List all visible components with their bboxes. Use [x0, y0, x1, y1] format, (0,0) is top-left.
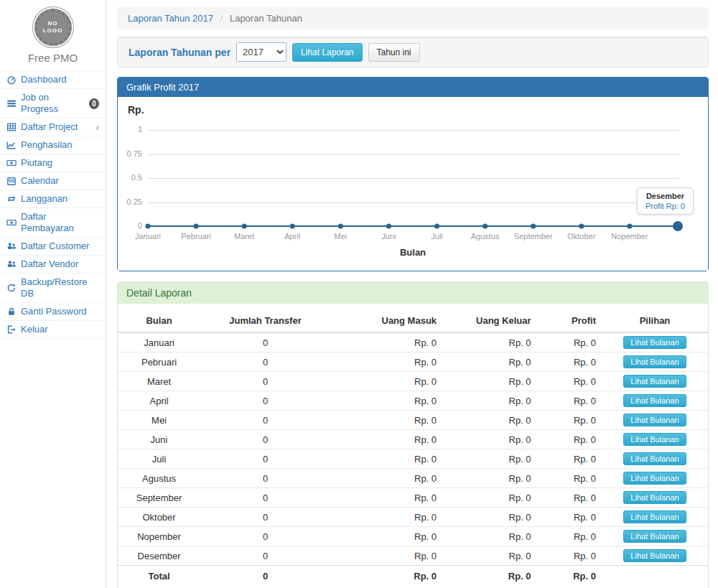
logo-box: NO LOGO Free PMO [0, 0, 106, 70]
users-icon [6, 241, 17, 251]
table-row: Maret0Rp. 0Rp. 0Rp. 0Lihat Bulanan [118, 372, 708, 391]
table-row: Pebruari0Rp. 0Rp. 0Rp. 0Lihat Bulanan [118, 353, 708, 372]
table-cell-action: Lihat Bulanan [602, 546, 708, 566]
brand-name: Free PMO [0, 52, 106, 64]
table-cell-action: Lihat Bulanan [602, 411, 708, 430]
table-cell: Rp. 0 [330, 546, 442, 566]
chevron-left-icon: ‹ [96, 123, 99, 132]
sidebar-item-penghasilan[interactable]: Penghasilan [0, 136, 106, 154]
sidebar-item-daftar-pembayaran[interactable]: Daftar Pembayaran [0, 208, 106, 238]
table-header-cell: Uang Masuk [330, 309, 442, 332]
data-point-mei[interactable] [338, 223, 343, 228]
table-cell: Rp. 0 [442, 488, 537, 508]
table-cell: Rp. 0 [537, 353, 602, 372]
main-content: Laporan Tahun 2017 / Laporan Tahunan Lap… [106, 0, 718, 588]
sidebar-item-backup-restore[interactable]: Backup/Restore DB [0, 274, 106, 303]
table-cell: Rp. 0 [442, 449, 537, 469]
year-select[interactable]: 2017 [236, 42, 286, 62]
table-header-cell: Uang Keluar [442, 309, 537, 332]
table-icon [6, 122, 17, 132]
table-cell: 0 [200, 391, 330, 411]
view-monthly-button[interactable]: Lihat Bulanan [623, 530, 686, 543]
sidebar-item-label: Piutang [21, 157, 52, 169]
table-cell: September [118, 488, 200, 508]
table-row: Januari0Rp. 0Rp. 0Rp. 0Lihat Bulanan [118, 332, 708, 353]
table-cell: Januari [118, 332, 200, 353]
x-axis-title: Bulan [118, 247, 708, 258]
data-point-pebruari[interactable] [193, 223, 198, 228]
calendar-icon [6, 176, 17, 186]
retweet-icon [6, 194, 17, 204]
table-cell: Rp. 0 [537, 332, 602, 353]
table-cell-action: Lihat Bulanan [602, 508, 708, 527]
data-point-juni[interactable] [386, 223, 391, 228]
view-monthly-button[interactable]: Lihat Bulanan [623, 375, 686, 388]
sidebar-item-daftar-project[interactable]: Daftar Project ‹ [0, 118, 106, 136]
breadcrumb-link-laporan-tahun[interactable]: Laporan Tahun 2017 [128, 13, 213, 24]
view-monthly-button[interactable]: Lihat Bulanan [623, 472, 686, 485]
table-cell: Rp. 0 [330, 372, 442, 391]
sidebar-item-label: Backup/Restore DB [21, 276, 99, 299]
report-toolbar: Laporan Tahunan per 2017 Lihat Laporan T… [117, 37, 709, 67]
sidebar-item-piutang[interactable]: Piutang [0, 154, 106, 172]
table-cell: Rp. 0 [537, 508, 602, 527]
chart-tooltip: Desember Profit Rp: 0 [637, 187, 694, 215]
view-monthly-button[interactable]: Lihat Bulanan [623, 452, 686, 465]
view-monthly-button[interactable]: Lihat Bulanan [623, 491, 686, 504]
sidebar-item-calendar[interactable]: Calendar [0, 172, 106, 190]
data-point-desember[interactable] [673, 221, 683, 231]
table-cell: Rp. 0 [537, 430, 602, 449]
sidebar-item-daftar-customer[interactable]: Daftar Customer [0, 238, 106, 256]
data-point-september[interactable] [531, 223, 536, 228]
data-point-januari[interactable] [145, 223, 150, 228]
data-point-oktober[interactable] [579, 223, 584, 228]
sidebar-item-ganti-password[interactable]: Ganti Password [0, 303, 106, 321]
money-icon [6, 158, 17, 168]
table-cell-action: Lihat Bulanan [602, 353, 708, 372]
view-monthly-button[interactable]: Lihat Bulanan [623, 394, 686, 407]
table-cell: Pebruari [118, 353, 200, 372]
sidebar-item-job-on-progress[interactable]: Job on Progress 0 [0, 89, 106, 118]
breadcrumb-separator: / [220, 13, 223, 24]
view-monthly-button[interactable]: Lihat Bulanan [623, 510, 686, 523]
table-cell: Rp. 0 [330, 411, 442, 430]
this-year-button[interactable]: Tahun ini [368, 43, 420, 62]
view-monthly-button[interactable]: Lihat Bulanan [623, 355, 686, 368]
view-report-button[interactable]: Lihat Laporan [292, 43, 362, 62]
data-point-maret[interactable] [242, 223, 247, 228]
table-cell-action: Lihat Bulanan [602, 430, 708, 449]
view-monthly-button[interactable]: Lihat Bulanan [623, 549, 686, 562]
table-row: Oktober0Rp. 0Rp. 0Rp. 0Lihat Bulanan [118, 508, 708, 527]
breadcrumb-current: Laporan Tahunan [230, 13, 302, 24]
sidebar-item-daftar-vendor[interactable]: Daftar Vendor [0, 256, 106, 274]
table-cell: Rp. 0 [442, 353, 537, 372]
table-cell: Rp. 0 [537, 391, 602, 411]
table-cell: Juli [118, 449, 200, 469]
detail-panel-body: BulanJumlah TransferUang MasukUang Kelua… [118, 304, 708, 588]
table-cell-action: Lihat Bulanan [602, 469, 708, 488]
view-monthly-button[interactable]: Lihat Bulanan [623, 414, 686, 426]
sidebar-item-label: Calendar [21, 175, 59, 187]
table-cell-action: Lihat Bulanan [602, 391, 708, 411]
profit-chart-panel: Grafik Profit 2017 Rp. 10.750.50.250Janu… [117, 77, 709, 271]
table-cell: 0 [200, 488, 330, 508]
data-point-april[interactable] [290, 223, 295, 228]
table-cell: Maret [118, 372, 200, 391]
table-total-cell: Rp. 0 [442, 566, 537, 587]
table-cell: 0 [200, 527, 330, 546]
table-cell: Rp. 0 [442, 411, 537, 430]
sidebar-item-dashboard[interactable]: Dashboard [0, 71, 106, 89]
data-point-nopember[interactable] [627, 223, 632, 228]
table-cell: April [118, 391, 200, 411]
sidebar-item-keluar[interactable]: Keluar [0, 321, 106, 339]
data-point-agustus[interactable] [482, 223, 488, 228]
tooltip-month: Desember [645, 192, 685, 200]
report-table-head: BulanJumlah TransferUang MasukUang Kelua… [118, 309, 708, 332]
table-header-cell: Bulan [118, 309, 200, 332]
sidebar-item-langganan[interactable]: Langganan [0, 190, 106, 208]
view-monthly-button[interactable]: Lihat Bulanan [623, 336, 686, 349]
data-point-juli[interactable] [434, 223, 439, 228]
tooltip-value: Profit Rp: 0 [645, 202, 685, 210]
view-monthly-button[interactable]: Lihat Bulanan [623, 433, 686, 446]
table-cell: 0 [200, 508, 330, 527]
